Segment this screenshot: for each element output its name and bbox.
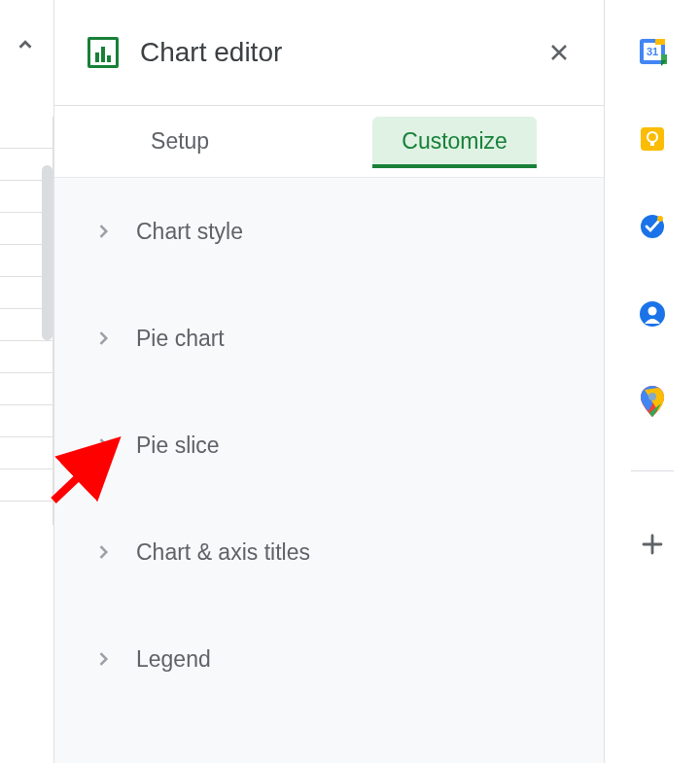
tab-setup[interactable]: Setup <box>122 117 238 166</box>
contacts-app-button[interactable] <box>638 299 667 329</box>
calendar-icon: 31 <box>638 37 667 66</box>
person-icon <box>639 300 666 328</box>
calendar-app-button[interactable]: 31 <box>638 37 667 66</box>
section-legend[interactable]: Legend <box>54 606 604 712</box>
keep-app-button[interactable] <box>638 124 667 154</box>
rail-divider <box>631 470 674 471</box>
chevron-right-icon <box>93 222 113 241</box>
section-label: Pie slice <box>136 433 220 459</box>
svg-rect-8 <box>641 127 664 151</box>
chevron-right-icon <box>93 435 113 455</box>
panel-title: Chart editor <box>140 37 542 68</box>
keep-icon <box>639 125 666 153</box>
section-pie-chart[interactable]: Pie chart <box>54 285 604 392</box>
svg-rect-4 <box>655 39 665 45</box>
section-chart-axis-titles[interactable]: Chart & axis titles <box>54 499 604 606</box>
chevron-right-icon <box>93 542 113 562</box>
tasks-icon <box>639 213 666 240</box>
customize-sections: Chart style Pie chart Pie slice Chart & … <box>54 178 604 763</box>
svg-text:31: 31 <box>647 46 658 57</box>
section-label: Pie chart <box>136 326 225 352</box>
plus-icon <box>640 532 665 557</box>
chevron-right-icon <box>93 329 113 348</box>
section-label: Chart style <box>136 219 243 245</box>
chevron-up-icon <box>15 34 36 55</box>
svg-point-12 <box>657 216 663 222</box>
tasks-app-button[interactable] <box>638 212 667 241</box>
tab-customize[interactable]: Customize <box>372 117 537 166</box>
section-label: Chart & axis titles <box>136 539 310 566</box>
maps-app-button[interactable] <box>638 387 667 416</box>
section-chart-style[interactable]: Chart style <box>54 178 604 285</box>
close-icon <box>547 41 571 64</box>
close-button[interactable] <box>542 35 577 70</box>
add-addon-button[interactable] <box>638 530 667 559</box>
collapse-panel-button[interactable] <box>10 29 41 60</box>
scrollbar-thumb[interactable] <box>42 165 52 340</box>
tabs: Setup Customize <box>54 106 604 178</box>
svg-point-14 <box>648 307 657 316</box>
section-pie-slice[interactable]: Pie slice <box>54 392 604 499</box>
svg-point-15 <box>648 393 656 400</box>
section-label: Legend <box>136 646 211 673</box>
side-panel-rail: 31 <box>605 0 700 763</box>
svg-rect-10 <box>650 141 654 146</box>
chevron-right-icon <box>93 649 113 669</box>
panel-header: Chart editor <box>54 0 604 106</box>
maps-pin-icon <box>641 386 664 417</box>
chart-editor-panel: Chart editor Setup Customize Chart style… <box>53 0 605 763</box>
chart-icon <box>88 37 119 68</box>
